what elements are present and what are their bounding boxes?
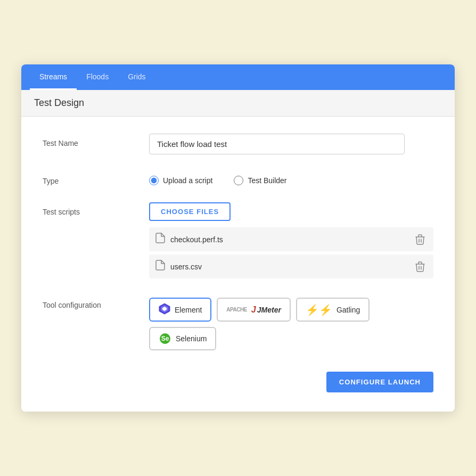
page-title: Test Design <box>34 97 442 109</box>
test-name-label: Test Name <box>43 134 149 147</box>
radio-test-builder-input[interactable] <box>234 176 243 185</box>
tool-element-button[interactable]: Element <box>149 298 211 322</box>
file-list: checkout.perf.ts <box>149 227 433 278</box>
choose-files-button[interactable]: CHOOSE FILES <box>149 202 231 221</box>
app-window: Streams Floods Grids Test Design Test Na… <box>21 64 455 412</box>
tool-config-control: Element APACHE JJMeter ⚡⚡ Ga <box>149 296 433 350</box>
file-document-icon <box>155 233 165 246</box>
radio-upload-script[interactable]: Upload a script <box>149 176 212 185</box>
tool-gatling-label: Gatling <box>337 306 360 314</box>
radio-upload-script-input[interactable] <box>149 176 159 185</box>
delete-file-2-button[interactable] <box>413 260 427 273</box>
jmeter-icon: APACHE <box>226 307 247 313</box>
nav-bar: Streams Floods Grids <box>21 64 455 90</box>
radio-group: Upload a script Test Builder <box>149 171 433 185</box>
tool-config-label: Tool configuration <box>43 296 149 309</box>
radio-test-builder-label: Test Builder <box>248 176 286 185</box>
delete-file-1-button[interactable] <box>413 233 427 246</box>
tool-gatling-button[interactable]: ⚡⚡ Gatling <box>296 298 370 322</box>
tool-config-row: Tool configuration Element <box>43 296 433 350</box>
tool-jmeter-button[interactable]: APACHE JJMeter <box>217 298 291 322</box>
radio-test-builder[interactable]: Test Builder <box>234 176 286 185</box>
nav-tab-grids[interactable]: Grids <box>118 65 155 90</box>
test-scripts-label: Test scripts <box>43 202 149 216</box>
tool-selenium-button[interactable]: Se Selenium <box>149 327 216 350</box>
file-document-icon <box>155 260 165 273</box>
gatling-icon: ⚡⚡ <box>306 303 332 316</box>
tool-options: Element APACHE JJMeter ⚡⚡ Ga <box>149 296 433 350</box>
section-header: Test Design <box>21 90 455 117</box>
file-name-2: users.csv <box>170 262 202 271</box>
test-name-row: Test Name <box>43 134 433 154</box>
test-scripts-row: Test scripts CHOOSE FILES <box>43 202 433 278</box>
file-item: checkout.perf.ts <box>149 227 433 251</box>
jmeter-brand: JJMeter <box>251 305 281 315</box>
type-label: Type <box>43 171 149 185</box>
nav-tab-streams[interactable]: Streams <box>30 65 77 90</box>
file-name-1: checkout.perf.ts <box>170 235 223 244</box>
test-name-input[interactable] <box>149 134 405 154</box>
file-item: users.csv <box>149 255 433 278</box>
file-item-left: checkout.perf.ts <box>155 233 223 246</box>
configure-launch-button[interactable]: CONFIGURE LAUNCH <box>326 372 433 392</box>
main-content: Test Name Type Upload a script Test Buil… <box>21 117 455 412</box>
tool-selenium-label: Selenium <box>176 334 207 343</box>
selenium-icon: Se <box>159 332 171 345</box>
file-item-left: users.csv <box>155 260 202 273</box>
footer-row: CONFIGURE LAUNCH <box>43 367 433 392</box>
test-scripts-control: CHOOSE FILES checkout.perf.ts <box>149 202 433 278</box>
test-name-control <box>149 134 433 154</box>
type-row: Type Upload a script Test Builder <box>43 171 433 185</box>
nav-tab-floods[interactable]: Floods <box>77 65 118 90</box>
tool-element-label: Element <box>175 306 202 314</box>
type-control: Upload a script Test Builder <box>149 171 433 185</box>
svg-text:Se: Se <box>161 335 169 342</box>
element-icon <box>159 303 170 316</box>
radio-upload-script-label: Upload a script <box>163 176 212 185</box>
